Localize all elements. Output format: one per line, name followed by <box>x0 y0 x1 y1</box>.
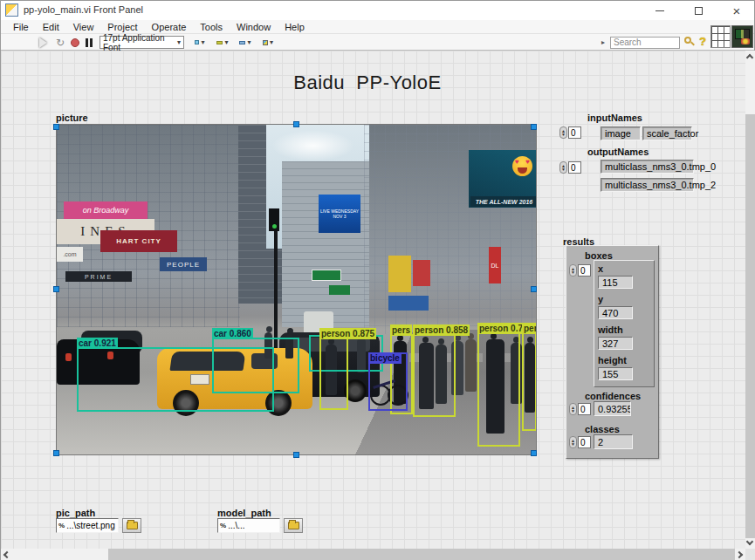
model-path-browse-button[interactable] <box>284 518 303 533</box>
close-button[interactable]: × <box>717 1 755 20</box>
maximize-button[interactable] <box>679 1 717 20</box>
inputnames-index[interactable]: 0 <box>568 126 581 139</box>
box-x-value[interactable]: 115 <box>598 276 633 289</box>
outputnames-item-0[interactable]: multiclass_nms3_0.tmp_0 <box>601 160 694 174</box>
run-button[interactable] <box>36 36 50 49</box>
classes-label: classes <box>585 424 620 434</box>
title-bar: pp-yolo_main.vi Front Panel × <box>1 1 754 20</box>
pause-bar-icon <box>86 38 88 47</box>
pic-path-input[interactable]: % ...\street.png <box>56 518 119 533</box>
outputnames-index-spinner[interactable]: ▲▼ <box>559 161 567 174</box>
model-path-label: model_path <box>217 508 271 518</box>
photo-taillight <box>65 353 72 361</box>
photo-billboard-allnew: THE ALL-NEW 2016 <box>470 196 537 207</box>
menu-project[interactable]: Project <box>100 22 144 32</box>
menu-window[interactable]: Window <box>230 22 278 32</box>
menu-view[interactable]: View <box>66 22 101 32</box>
inputnames-item-0[interactable]: image <box>601 126 641 140</box>
spinner-down-icon[interactable]: ▼ <box>561 133 566 136</box>
vi-icon-pane[interactable] <box>731 25 753 48</box>
resize-objects-button[interactable]: ▾ <box>235 36 256 49</box>
box-y-value[interactable]: 470 <box>598 306 633 319</box>
horizontal-scrollbar[interactable] <box>1 549 745 560</box>
horizontal-scrollbar-thumb[interactable] <box>108 549 735 560</box>
confidences-index[interactable]: 0 <box>578 403 591 415</box>
photo-billboard-live: LIVE WEDNESDAY NOV 3 <box>319 195 360 233</box>
scroll-right-icon[interactable] <box>736 551 743 558</box>
align-icon <box>195 40 199 44</box>
picture-label: picture <box>56 113 88 123</box>
selection-handle[interactable] <box>53 124 59 130</box>
detection-label-person-4: person 0.7 <box>477 323 525 334</box>
heart-eyes-emoji-icon: ♥ ♥ <box>512 156 532 176</box>
model-path-value: ...\... <box>228 521 244 530</box>
photo-billboard-blue <box>388 296 429 311</box>
spinner-down-icon[interactable]: ▼ <box>571 442 575 446</box>
photo-street-sign <box>312 270 341 281</box>
photo-billboard-broadway: on Broadway <box>64 201 148 219</box>
align-objects-button[interactable]: ▾ <box>189 36 210 49</box>
distribute-objects-button[interactable]: ▾ <box>212 36 233 49</box>
resize-icon <box>239 41 245 44</box>
menu-help[interactable]: Help <box>278 22 312 32</box>
vertical-scrollbar-thumb[interactable] <box>745 114 755 538</box>
menu-edit[interactable]: Edit <box>36 22 66 32</box>
minimize-button[interactable] <box>641 1 679 20</box>
scroll-up-icon[interactable] <box>746 54 753 61</box>
front-panel: Baidu PP-YoloE picture on Broadway INES … <box>1 51 745 549</box>
context-help-button[interactable]: ? <box>699 35 706 48</box>
photo-cloud <box>271 130 354 161</box>
inputnames-index-spinner[interactable]: ▲▼ <box>559 126 567 139</box>
run-continuously-button[interactable]: ↻ <box>53 36 67 49</box>
pic-path-browse-button[interactable] <box>122 518 141 533</box>
photo-billboard-dotcom: .com <box>57 247 83 262</box>
boxes-index-spinner[interactable]: ▲▼ <box>569 264 577 277</box>
pedestrian-figure <box>465 339 477 392</box>
search-icon[interactable] <box>684 37 695 47</box>
scrollbar-corner <box>745 549 755 560</box>
selection-handle[interactable] <box>53 450 59 456</box>
box-y-label: y <box>598 294 603 304</box>
scroll-left-icon[interactable] <box>3 551 10 558</box>
abort-button[interactable] <box>69 36 81 49</box>
selection-handle[interactable] <box>531 286 537 292</box>
outputnames-index[interactable]: 0 <box>568 161 581 174</box>
confidences-index-spinner[interactable]: ▲▼ <box>569 403 577 415</box>
detection-box-person-1: person 0.875 <box>319 338 348 410</box>
selection-handle[interactable] <box>531 450 537 456</box>
font-selector[interactable]: 17pt Application Font ▾ <box>100 36 184 49</box>
reorder-objects-button[interactable]: ▾ <box>257 36 278 49</box>
spinner-down-icon[interactable]: ▼ <box>571 409 575 413</box>
selection-handle[interactable] <box>293 121 299 127</box>
classes-index-spinner[interactable]: ▲▼ <box>569 436 577 448</box>
confidences-value[interactable]: 0.93255 <box>594 401 631 416</box>
spinner-down-icon[interactable]: ▼ <box>561 167 566 171</box>
spinner-down-icon[interactable]: ▼ <box>571 270 575 274</box>
minimize-icon <box>655 10 664 11</box>
search-input[interactable] <box>610 37 680 49</box>
pause-bar-icon <box>90 38 93 47</box>
vertical-scrollbar[interactable] <box>745 51 755 549</box>
menu-tools[interactable]: Tools <box>193 22 230 32</box>
menu-file[interactable]: File <box>6 22 36 32</box>
scroll-down-icon[interactable] <box>746 538 753 545</box>
box-width-value[interactable]: 327 <box>598 337 633 350</box>
classes-value[interactable]: 2 <box>594 434 633 449</box>
model-path-input[interactable]: % ...\... <box>217 518 280 533</box>
outputnames-item-1[interactable]: multiclass_nms3_0.tmp_2 <box>601 178 694 192</box>
toolbar-overflow-chevron[interactable]: ▸ <box>601 38 605 46</box>
boxes-index[interactable]: 0 <box>578 264 591 277</box>
selection-handle[interactable] <box>531 124 537 130</box>
selection-handle[interactable] <box>53 286 59 292</box>
menu-operate[interactable]: Operate <box>145 22 194 32</box>
selection-handle[interactable] <box>293 452 299 458</box>
folder-icon <box>288 522 299 529</box>
classes-index[interactable]: 0 <box>578 436 591 448</box>
photo-sign-red-vertical: DL <box>489 247 501 283</box>
detection-label-bicycle: bicycle <box>368 352 402 364</box>
inputnames-item-1[interactable]: scale_factor <box>642 126 692 140</box>
pause-button[interactable] <box>83 36 95 49</box>
box-height-value[interactable]: 155 <box>598 367 633 380</box>
navigation-window-button[interactable] <box>710 25 731 48</box>
page-title: Baidu PP-YoloE <box>210 72 525 94</box>
